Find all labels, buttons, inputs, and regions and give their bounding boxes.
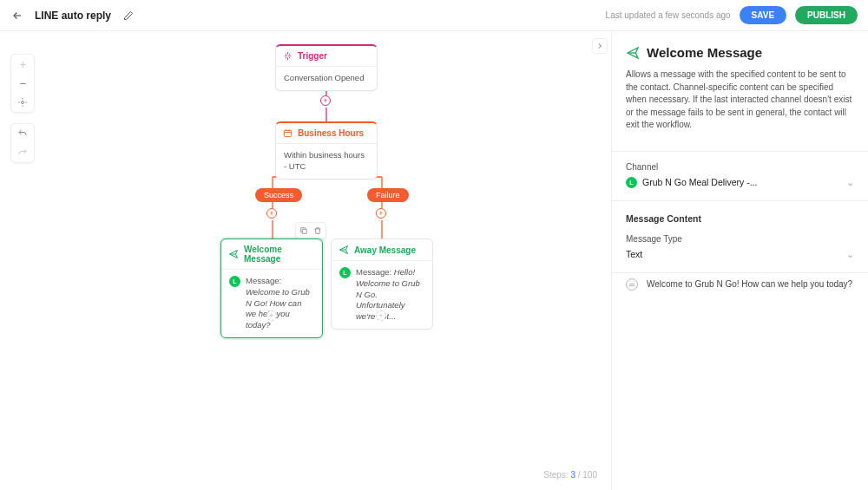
welcome-message-node[interactable]: Welcome Message L Message: Welcome to Gr… [220, 238, 323, 338]
welcome-title: Welcome Message [244, 245, 315, 264]
message-preview-text: Welcome to Grub N Go! How can we help yo… [647, 279, 852, 289]
history-toolbar [10, 123, 35, 163]
spark-icon [283, 51, 293, 61]
panel-description: Allows a message with the specified cont… [626, 69, 854, 142]
send-icon [626, 46, 640, 60]
business-hours-node[interactable]: Business Hours Within business hours - U… [275, 121, 378, 180]
message-type-label: Message Type [626, 234, 854, 244]
publish-button[interactable]: PUBLISH [795, 6, 858, 24]
steps-counter: Steps: 3 / 100 [543, 470, 597, 480]
message-type-selector[interactable]: Text ⌄ [626, 249, 854, 264]
zoom-toolbar [10, 54, 35, 113]
svg-rect-13 [284, 130, 291, 136]
panel-title: Welcome Message [647, 45, 762, 60]
trigger-node[interactable]: Trigger Conversation Opened [275, 44, 378, 91]
add-step-after-welcome[interactable]: + [266, 310, 277, 321]
header-right: Last updated a few seconds ago SAVE PUBL… [606, 6, 858, 24]
chat-bubble-icon [626, 278, 638, 291]
node-mini-toolbar [295, 222, 326, 239]
success-branch-label: Success [255, 188, 302, 202]
workflow-canvas[interactable]: Trigger Conversation Opened + Business H… [0, 31, 611, 490]
delete-node-button[interactable] [312, 225, 324, 237]
channel-selector[interactable]: L Grub N Go Meal Delivery -... ⌄ [626, 177, 854, 192]
hours-title: Business Hours [298, 128, 364, 138]
redo-button[interactable] [11, 143, 34, 162]
welcome-msg-text: Message: Welcome to Grub N Go! How can w… [246, 276, 314, 331]
last-updated-label: Last updated a few seconds ago [606, 10, 731, 20]
hours-body: Within business hours - UTC [276, 144, 377, 179]
back-arrow-icon[interactable] [10, 9, 24, 23]
message-type-value: Text [626, 249, 642, 259]
svg-rect-14 [302, 229, 306, 233]
hours-node-header: Business Hours [276, 123, 377, 144]
save-button[interactable]: SAVE [740, 6, 787, 24]
line-channel-icon: L [229, 276, 240, 287]
properties-panel: Welcome Message Allows a message with th… [611, 31, 868, 490]
line-channel-icon: L [626, 177, 637, 188]
panel-title-row: Welcome Message [626, 45, 854, 60]
edit-pencil-icon[interactable] [122, 9, 135, 23]
welcome-body: L Message: Welcome to Grub N Go! How can… [221, 270, 322, 337]
channel-label: Channel [626, 162, 854, 172]
add-step-failure-branch[interactable]: + [376, 208, 386, 219]
zoom-in-button[interactable] [11, 55, 34, 74]
send-icon [339, 245, 349, 255]
zoom-out-button[interactable] [11, 74, 34, 93]
away-title: Away Message [354, 245, 416, 255]
fit-view-button[interactable] [11, 93, 34, 112]
line-channel-icon: L [339, 267, 351, 278]
workflow-title: LINE auto reply [35, 10, 111, 22]
app-body: Trigger Conversation Opened + Business H… [0, 31, 868, 490]
away-msg-text: Message: Hello! Welcome to Grub N Go. Un… [356, 267, 424, 323]
svg-point-0 [22, 101, 24, 104]
copy-node-button[interactable] [298, 225, 310, 237]
collapse-panel-button[interactable] [592, 38, 608, 54]
failure-branch-label: Failure [367, 188, 409, 202]
trigger-title: Trigger [298, 51, 327, 61]
add-step-after-trigger[interactable]: + [320, 95, 331, 106]
chevron-down-icon: ⌄ [846, 177, 854, 188]
message-preview-row[interactable]: Welcome to Grub N Go! How can we help yo… [626, 273, 854, 296]
message-content-label: Message Content [626, 213, 854, 224]
send-icon [228, 249, 239, 259]
undo-button[interactable] [11, 124, 34, 143]
header-left: LINE auto reply [10, 9, 135, 23]
add-step-success-branch[interactable]: + [266, 208, 277, 219]
app-header: LINE auto reply Last updated a few secon… [0, 0, 868, 31]
calendar-icon [283, 128, 293, 138]
chevron-down-icon: ⌄ [846, 249, 854, 260]
welcome-node-header: Welcome Message [221, 239, 322, 270]
channel-value: Grub N Go Meal Delivery -... [642, 177, 757, 187]
add-step-after-away[interactable]: + [376, 310, 386, 321]
trigger-node-header: Trigger [276, 46, 377, 67]
away-node-header: Away Message [332, 239, 432, 261]
trigger-body: Conversation Opened [276, 67, 377, 90]
